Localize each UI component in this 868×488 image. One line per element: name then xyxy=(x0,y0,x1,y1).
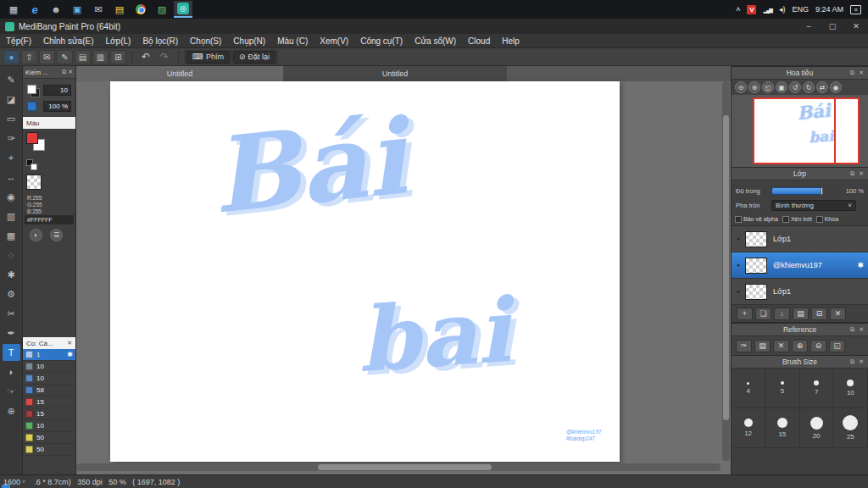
menu-mau[interactable]: Màu (C) xyxy=(271,34,314,48)
color-panel-header[interactable]: Màu xyxy=(23,117,75,129)
close-button[interactable]: ✕ xyxy=(844,19,868,34)
close-icon[interactable]: ✕ xyxy=(859,326,864,333)
hex-field[interactable]: #FFFFFF xyxy=(25,215,74,225)
visibility-icon[interactable]: ● xyxy=(732,236,745,241)
menu-tep[interactable]: Tệp(F) xyxy=(0,34,37,48)
foreground-color-swatch[interactable] xyxy=(26,132,38,144)
pen-settings-button[interactable]: ✎ xyxy=(57,50,73,64)
redo-button[interactable]: ↷ xyxy=(156,50,173,64)
wand-tool[interactable]: ✱ xyxy=(3,266,20,283)
eraser-tool[interactable]: ◪ xyxy=(3,91,20,108)
brush-item[interactable]: 50 xyxy=(23,444,75,456)
network-icon[interactable]: ▂▄▆ xyxy=(763,7,771,13)
menu-lop[interactable]: Lớp(L) xyxy=(100,34,137,48)
edge-icon[interactable]: e xyxy=(25,1,44,18)
nav-flip-icon[interactable]: ⇄ xyxy=(816,81,828,93)
menu-cua-so[interactable]: Cửa sổ(W) xyxy=(409,34,462,48)
new-layer-button[interactable]: + xyxy=(737,308,753,320)
language-indicator[interactable]: ENG xyxy=(792,5,809,14)
clipping-checkbox[interactable]: Xén bớt xyxy=(782,216,812,223)
reference-zoom-in-button[interactable]: ⊕ xyxy=(792,340,808,352)
brush-item[interactable]: 10 xyxy=(23,361,75,373)
color-slider-button[interactable]: ☰ xyxy=(50,229,63,241)
brush-color-button[interactable]: ● xyxy=(3,50,19,64)
visibility-icon[interactable]: ● xyxy=(732,263,745,268)
gradient-tool[interactable]: ▥ xyxy=(3,208,20,225)
brush-size-cell[interactable]: 4 xyxy=(732,369,765,408)
nav-rotate-cw-icon[interactable]: ↻ xyxy=(803,81,815,93)
reference-open-button[interactable]: ▤ xyxy=(754,340,771,352)
opacity-swatch[interactable] xyxy=(27,102,36,111)
alpha-lock-checkbox[interactable]: Bảo vệ alpha xyxy=(735,216,778,223)
brush-size-field[interactable]: 10 xyxy=(43,85,71,96)
menu-xem[interactable]: Xem(V) xyxy=(314,34,354,48)
tab-untitled-1[interactable]: Untitled xyxy=(76,66,284,81)
brush-opacity-field[interactable]: 100 % xyxy=(43,101,71,112)
reference-zoom-out-button[interactable]: ⊖ xyxy=(810,340,826,352)
layer-settings-icon[interactable]: ✱ xyxy=(857,261,864,269)
people-icon[interactable]: ☻ xyxy=(47,1,65,18)
select-tool[interactable]: ▦ xyxy=(3,227,20,244)
horizontal-scrollbar[interactable] xyxy=(76,463,721,471)
blend-mode-dropdown[interactable]: Bình thường ˅ xyxy=(771,200,856,211)
visibility-icon[interactable]: ● xyxy=(732,289,745,294)
menu-help[interactable]: Help xyxy=(496,34,526,48)
menu-bo-loc[interactable]: Bộ lọc(R) xyxy=(136,34,184,48)
pen-tool[interactable]: ✎ xyxy=(3,71,20,88)
menu-cong-cu[interactable]: Công cụ(T) xyxy=(354,34,409,48)
brush-settings-icon[interactable]: ✱ xyxy=(67,351,73,358)
brush-size-cell[interactable]: 10 xyxy=(834,369,868,408)
nav-zoom-out-icon[interactable]: ⊖ xyxy=(735,81,747,93)
brush-item[interactable]: 50 xyxy=(23,432,75,444)
panel-layout-button-2[interactable]: ▥ xyxy=(92,50,108,64)
chrome-icon[interactable] xyxy=(131,1,150,18)
mail-icon[interactable]: ✉ xyxy=(89,1,108,18)
popout-icon[interactable]: ⧉ xyxy=(850,170,854,177)
maximize-button[interactable]: ▢ xyxy=(821,19,844,34)
nav-zoom-in-icon[interactable]: ⊕ xyxy=(748,81,760,93)
notification-center-icon[interactable]: ≡ xyxy=(850,5,861,14)
brush-tool[interactable]: ✑ xyxy=(3,130,20,147)
eyedropper-tool[interactable]: ◗ xyxy=(3,363,20,380)
brush-item[interactable]: 58 xyxy=(23,385,75,396)
duplicate-layer-button[interactable]: ❏ xyxy=(755,308,771,320)
primary-swatch[interactable] xyxy=(27,85,36,94)
nav-reset-icon[interactable]: ◉ xyxy=(830,81,842,93)
photos-icon[interactable]: ▨ xyxy=(153,1,171,18)
horizontal-scroll-thumb[interactable] xyxy=(318,464,492,470)
menu-cloud[interactable]: Cloud xyxy=(462,34,496,48)
merge-down-button[interactable]: ↓ xyxy=(774,308,790,320)
volume-icon[interactable]: ◂) xyxy=(779,5,786,14)
grid-button[interactable]: ⊞ xyxy=(110,50,126,64)
close-icon[interactable]: ✕ xyxy=(67,340,72,347)
brush-size-cell[interactable]: 15 xyxy=(765,408,799,448)
zoom-tool[interactable]: ⊕ xyxy=(3,402,20,419)
task-view-icon[interactable]: ▦ xyxy=(4,1,23,18)
vertical-scroll-thumb[interactable] xyxy=(723,115,729,420)
phim-button[interactable]: ⌨Phím xyxy=(186,51,230,64)
clock[interactable]: 9:24 AM xyxy=(815,5,843,14)
reference-pick-button[interactable]: ✑ xyxy=(736,340,752,352)
lock-checkbox[interactable]: Khóa xyxy=(816,216,838,223)
brush-item[interactable]: 15 xyxy=(23,408,75,420)
close-icon[interactable]: ✕ xyxy=(859,69,864,76)
close-icon[interactable]: ✕ xyxy=(859,170,864,177)
drawing-canvas[interactable]: Bái bai @khiemvu197 #baidep247 xyxy=(110,81,620,462)
reference-fit-button[interactable]: ◱ xyxy=(829,340,845,352)
close-icon[interactable]: ✕ xyxy=(859,358,864,365)
operation-tool[interactable]: ⚙ xyxy=(3,286,20,302)
layer-row[interactable]: ● Lớp1 xyxy=(732,279,868,305)
brush-size-cell[interactable]: 12 xyxy=(732,408,765,448)
nav-actual-size-icon[interactable]: ▣ xyxy=(776,81,787,93)
transform-tool[interactable]: ↔ xyxy=(3,169,20,186)
brush-size-cell[interactable]: 25 xyxy=(834,408,868,448)
hand-tool[interactable]: ☞ xyxy=(3,383,20,400)
export-button[interactable]: ⇧ xyxy=(21,50,37,64)
menu-chon[interactable]: Chọn(S) xyxy=(184,34,227,48)
layer-row[interactable]: ● Lớp1 xyxy=(732,226,868,252)
navigator-preview[interactable]: Bái bai xyxy=(753,97,860,164)
popout-icon[interactable]: ⧉ xyxy=(850,69,854,76)
close-icon[interactable]: ✕ xyxy=(68,69,73,75)
reference-clear-button[interactable]: ✕ xyxy=(773,340,789,352)
file-explorer-icon[interactable]: ▤ xyxy=(110,1,129,18)
